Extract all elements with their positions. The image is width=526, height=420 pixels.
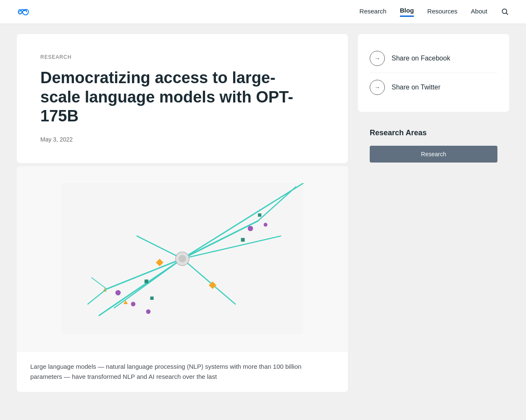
page-wrapper: Research Democratizing access to large-s… <box>0 24 526 402</box>
svg-rect-20 <box>258 213 261 217</box>
arrow-right-icon: → <box>374 55 380 62</box>
article-excerpt: Large language models — natural language… <box>17 351 348 392</box>
nav-blog[interactable]: Blog <box>400 7 414 17</box>
share-twitter-label: Share on Twitter <box>392 84 440 91</box>
svg-rect-19 <box>241 238 245 242</box>
svg-point-14 <box>116 290 121 295</box>
article-category: Research <box>40 54 324 60</box>
article-image-card: Large language models — natural language… <box>17 166 348 392</box>
article-image-area <box>17 166 348 351</box>
arrow-right-icon-twitter: → <box>374 84 380 91</box>
research-tag-button[interactable]: Research <box>370 146 497 163</box>
share-facebook-button[interactable]: → Share on Facebook <box>370 44 497 73</box>
svg-point-23 <box>264 223 268 226</box>
svg-point-26 <box>179 255 186 262</box>
main-content: Research Democratizing access to large-s… <box>17 34 348 392</box>
search-button[interactable] <box>501 8 509 16</box>
meta-logo-icon <box>17 7 32 16</box>
share-card: → Share on Facebook → Share on Twitter <box>358 34 509 112</box>
share-twitter-button[interactable]: → Share on Twitter <box>370 73 497 102</box>
article-header-card: Research Democratizing access to large-s… <box>17 34 348 163</box>
navbar-left <box>17 7 32 16</box>
svg-point-16 <box>248 226 253 231</box>
share-facebook-label: Share on Facebook <box>392 55 450 62</box>
article-date: May 3, 2022 <box>40 136 324 143</box>
research-areas-title: Research Areas <box>370 129 497 137</box>
nav-resources[interactable]: Resources <box>427 8 458 16</box>
article-title: Democratizing access to large-scale lang… <box>40 68 309 126</box>
research-areas-card: Research Areas Research <box>358 118 509 173</box>
search-icon <box>501 8 509 16</box>
navbar: Research Blog Resources About <box>0 0 526 24</box>
share-facebook-icon-circle: → <box>370 51 385 66</box>
nav-about[interactable]: About <box>471 8 487 16</box>
svg-rect-17 <box>145 279 148 283</box>
sidebar: → Share on Facebook → Share on Twitter R… <box>358 34 509 392</box>
navbar-right: Research Blog Resources About <box>360 7 509 17</box>
nav-research[interactable]: Research <box>360 8 387 16</box>
meta-logo[interactable] <box>17 7 32 16</box>
share-twitter-icon-circle: → <box>370 80 385 95</box>
svg-point-24 <box>146 309 151 314</box>
article-illustration <box>34 183 331 334</box>
svg-point-15 <box>131 302 136 306</box>
svg-rect-18 <box>150 297 154 300</box>
